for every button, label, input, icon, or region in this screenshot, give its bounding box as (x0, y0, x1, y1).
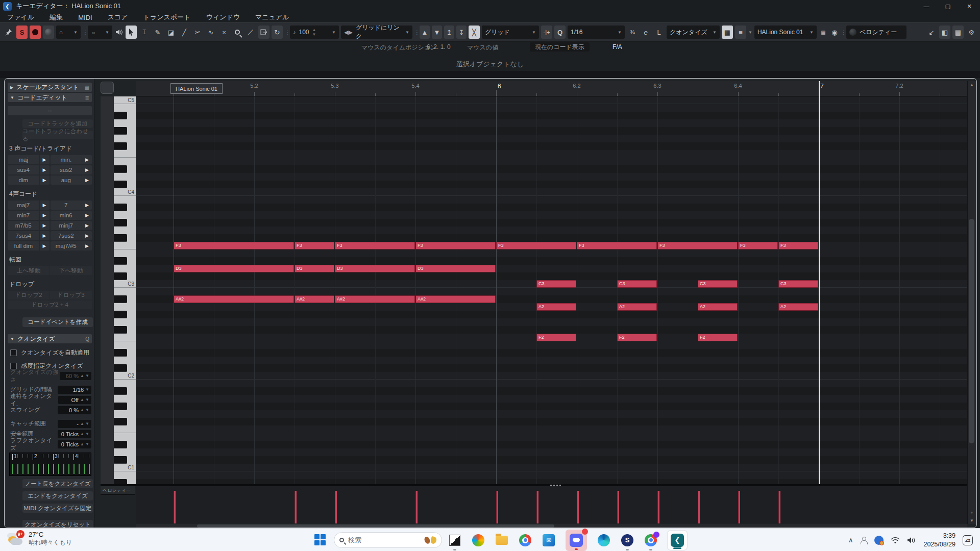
quantize-q-icon[interactable]: Q (554, 26, 566, 39)
black-key[interactable] (114, 165, 127, 173)
quantize-setting-value[interactable]: -▲ ▼ (58, 420, 91, 428)
menu-item-3[interactable]: スコア (108, 13, 128, 22)
midi-note[interactable]: A2 (778, 303, 818, 311)
volume-icon[interactable] (907, 537, 916, 544)
setup-gear-icon[interactable]: ⚙ (966, 26, 977, 39)
chord-button-min7[interactable]: min7▶ (8, 211, 50, 220)
left-zone-button[interactable]: ↙ (926, 26, 937, 39)
quantize-preset-dropdown[interactable]: 1/16 ▼ (568, 26, 625, 39)
black-key[interactable] (114, 364, 127, 372)
velocity-lane[interactable] (136, 486, 967, 523)
stepper-icon[interactable]: ▲ ▼ (80, 375, 89, 377)
triplet-button[interactable]: ¾ (627, 26, 638, 39)
stepper-icon[interactable]: ▲ ▼ (80, 443, 89, 445)
drop-button[interactable]: ドロップ2 + 4 (8, 300, 92, 309)
menu-item-1[interactable]: 編集 (50, 13, 63, 22)
desktops-app-icon[interactable] (448, 534, 461, 547)
midi-note[interactable]: D3 (415, 265, 496, 272)
chevron-down-icon[interactable]: ▼ (748, 30, 752, 35)
auto-apply-checkbox[interactable] (10, 349, 17, 356)
black-key[interactable] (114, 311, 127, 318)
iterative-quantize-button[interactable]: e (640, 26, 651, 39)
velocity-stem[interactable] (617, 491, 619, 523)
menu-item-0[interactable]: ファイル (7, 13, 34, 22)
chord-edit-header[interactable]: ▼ コードエディット ≣ (8, 93, 92, 102)
autoscroll-button[interactable] (258, 26, 270, 39)
part-selector-dropdown[interactable]: HALion Sonic 01 ▼ (754, 26, 817, 39)
erase-tool[interactable]: ◪ (165, 26, 177, 39)
midi-input-button[interactable]: ◉ (830, 26, 839, 39)
velocity-stem[interactable] (174, 491, 176, 523)
chord-apply-arrow-icon[interactable]: ▶ (40, 155, 50, 164)
move-down-button[interactable]: ↧ (456, 26, 467, 39)
quantize-action-button[interactable]: ノート長をクオンタイズ (22, 479, 93, 488)
chord-button-7sus2[interactable]: 7sus2▶ (51, 231, 92, 240)
create-chord-event-button[interactable]: コードイベントを作成 (22, 317, 93, 327)
clock[interactable]: 3:39 2025/08/29 (923, 532, 955, 549)
cubase-app-icon[interactable]: ❮ (668, 531, 687, 550)
chord-apply-arrow-icon[interactable]: ▶ (40, 241, 50, 251)
velocity-stem[interactable] (657, 491, 659, 523)
insert-velocity-field[interactable]: ♪ 100 ▲▼ ▼ (290, 26, 339, 39)
accessibility-icon[interactable] (860, 537, 867, 544)
midi-note[interactable]: A#2 (415, 295, 496, 303)
quantize-setting-value[interactable]: 1/16▼ (58, 386, 91, 394)
move-up-button[interactable]: ↥ (444, 26, 454, 39)
chord-apply-arrow-icon[interactable]: ▶ (40, 165, 50, 174)
add-chord-track-button[interactable]: コードトラックを追加 (22, 119, 93, 128)
chord-button-minj7[interactable]: minj7▶ (51, 221, 92, 230)
midi-note[interactable]: F3 (778, 242, 818, 249)
start-button[interactable] (314, 534, 327, 546)
note-grid[interactable]: F3F3F3F3F3F3F3F3F3D3D3D3D3A#2A#2A#2A#2C3… (136, 96, 967, 484)
velocity-stem[interactable] (295, 491, 297, 523)
midi-note[interactable]: C3 (536, 280, 576, 288)
mail-app-icon[interactable]: ✉ (542, 534, 555, 547)
notification-bell-icon[interactable]: Zz (963, 535, 973, 545)
midi-note[interactable]: D3 (295, 265, 334, 272)
window-layout-button[interactable]: ▤ (952, 26, 964, 39)
maximize-button[interactable]: ▢ (937, 0, 959, 12)
menu-item-2[interactable]: MIDI (78, 14, 92, 21)
velocity-stem[interactable] (778, 491, 780, 523)
scale-assistant-header[interactable]: ▶ スケールアシスタント ▦ (8, 83, 92, 92)
auto-select-dropdown[interactable]: ⇔▼ (88, 26, 112, 39)
stepper-icon[interactable]: ▲ ▼ (80, 433, 89, 435)
chord-button-maj75[interactable]: maj7/#5▶ (51, 241, 92, 251)
chord-apply-arrow-icon[interactable]: ▶ (40, 201, 50, 210)
midi-note[interactable]: F3 (295, 242, 334, 249)
inversion-button[interactable]: 上へ移動 (8, 266, 50, 275)
grid-relative-button[interactable]: -|+ (541, 26, 552, 39)
global-tracks-button[interactable] (101, 82, 114, 94)
black-key[interactable] (114, 234, 127, 242)
chord-apply-arrow-icon[interactable]: ▶ (82, 201, 92, 210)
midi-note[interactable]: F3 (577, 242, 657, 249)
menu-item-4[interactable]: トランスポート (143, 13, 191, 22)
chord-apply-arrow-icon[interactable]: ▶ (40, 211, 50, 220)
menu-item-6[interactable]: マニュアル (255, 13, 289, 22)
trim-tool[interactable]: ╱ (179, 26, 190, 39)
black-key[interactable] (114, 403, 127, 410)
midi-note[interactable]: A#2 (174, 295, 294, 303)
velocity-stem[interactable] (536, 491, 538, 523)
object-selection-tool[interactable] (126, 26, 137, 39)
chord-button-sus2[interactable]: sus2▶ (51, 165, 92, 174)
stepper-icon[interactable]: ▲ ▼ (80, 409, 89, 411)
draw-tool[interactable]: ✎ (152, 26, 163, 39)
window-zones-button[interactable]: ◧ (939, 26, 950, 39)
midi-note[interactable]: F2 (698, 334, 738, 341)
minimize-button[interactable]: — (916, 0, 937, 12)
quantize-setting-value[interactable]: Off▲ ▼ (58, 396, 91, 404)
chord-apply-arrow-icon[interactable]: ▶ (82, 165, 92, 174)
stepper-icon[interactable]: ▲▼ (312, 28, 316, 37)
black-key[interactable] (114, 441, 127, 448)
black-key[interactable] (114, 387, 127, 395)
chord-apply-arrow-icon[interactable]: ▶ (82, 155, 92, 164)
timeline-ruler[interactable]: 5.25.35.466.26.36.477.2 (136, 81, 967, 96)
weather-widget[interactable]: 9+ 27°C 晴れ時々くもり (7, 530, 72, 547)
black-key[interactable] (114, 219, 127, 227)
solo-editor-button[interactable]: S (16, 26, 28, 39)
midi-note[interactable]: F3 (496, 242, 576, 249)
line-tool[interactable]: ／ (245, 26, 256, 39)
midi-note[interactable]: A2 (617, 303, 657, 311)
black-key[interactable] (114, 127, 127, 135)
